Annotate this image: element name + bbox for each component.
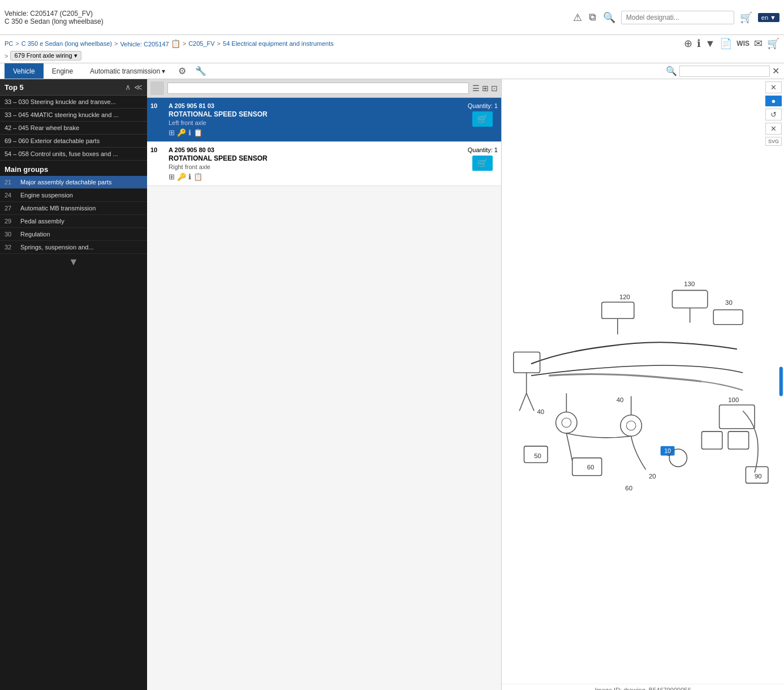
svg-text:30: 30 [725,299,733,306]
bc-model[interactable]: C 350 e Sedan (long wheelbase) [21,40,112,47]
cart-bc-icon[interactable]: 🛒 [767,37,779,50]
bc-vehicle[interactable]: Vehicle: C205147 📋 [120,39,180,48]
diagram-image-id: Image ID: drawing_B54679000056 [502,684,784,690]
top-header: Vehicle: C205147 (C205_FV) C 350 e Sedan… [0,0,784,35]
alert-icon[interactable]: ⚠ [572,10,583,25]
top5-item-0[interactable]: 33 – 030 Steering knuckle and transve... [0,96,147,109]
svg-text:40: 40 [617,396,624,403]
bc-variant[interactable]: C205_FV [188,40,214,47]
part-key-icon-1[interactable]: 🔑 [177,172,186,181]
group-29[interactable]: 29 Pedal assembly [0,215,147,228]
top5-item-1[interactable]: 33 – 045 4MATIC steering knuckle and ... [0,109,147,122]
top5-close-icon[interactable]: ≪ [134,83,143,92]
part-key-icon[interactable]: 🔑 [177,128,186,137]
svg-rect-0 [502,258,784,505]
left-panel: Top 5 ∧ ≪ 33 – 030 Steering knuckle and … [0,79,147,690]
diagram-cross-icon[interactable]: ✕ [765,123,782,135]
part-grid-icon[interactable]: ⊞ [169,128,175,137]
svg-text:40: 40 [537,408,544,415]
list-view-icon[interactable]: ☰ [472,84,480,93]
group-24[interactable]: 24 Engine suspension [0,189,147,202]
main-groups-header: Main groups [0,161,147,176]
group-30[interactable]: 30 Regulation [0,228,147,241]
diagram-svg: 130 120 30 [502,79,784,684]
parts-color-swatch [150,81,164,95]
part-info-icon[interactable]: ℹ [188,128,191,137]
breadcrumb: PC > C 350 e Sedan (long wheelbase) > Ve… [5,39,334,48]
svg-text:10: 10 [664,448,671,454]
filter-icon[interactable]: ▼ [705,38,716,50]
part-doc-icon-1[interactable]: 📋 [193,172,203,181]
nav-tabs: Vehicle Engine Automatic transmission ▾ … [5,63,211,79]
tab-engine[interactable]: Engine [44,63,81,79]
search-icon[interactable]: 🔍 [602,10,617,25]
svg-text:90: 90 [755,473,762,480]
info-icon[interactable]: ℹ [697,37,701,50]
top5-item-2[interactable]: 42 – 045 Rear wheel brake [0,122,147,135]
svg-text:20: 20 [649,473,656,480]
diagram-panel: ✕ ● ↺ ✕ SVG 130 120 [501,79,784,690]
add-to-cart-btn-0[interactable]: 🛒 [472,111,493,127]
part-doc-icon[interactable]: 📋 [193,128,203,137]
parts-search-input[interactable] [167,83,469,94]
copy-icon[interactable]: ⧉ [588,10,597,24]
bc-category[interactable]: 54 Electrical equipment and instruments [223,40,334,47]
bc-pc[interactable]: PC [5,40,13,47]
vehicle-name: C 350 e Sedan (long wheelbase) [5,18,104,25]
diagram-close-icon[interactable]: ✕ [765,81,782,93]
svg-text:60: 60 [625,485,632,491]
breadcrumb-bar: PC > C 350 e Sedan (long wheelbase) > Ve… [0,35,784,63]
tab-settings-icon[interactable]: ⚙ [174,63,191,79]
top5-item-4[interactable]: 54 – 058 Control units, fuse boxes and .… [0,148,147,161]
mail-icon[interactable]: ✉ [754,37,763,50]
top5-collapse-icon[interactable]: ∧ [125,83,131,92]
tab-vehicle[interactable]: Vehicle [5,63,44,79]
part-grid-icon-1[interactable]: ⊞ [169,172,175,181]
svg-text:50: 50 [534,452,541,459]
model-search-input[interactable] [621,11,734,24]
breadcrumb-icons: ⊕ ℹ ▼ 📄 WIS ✉ 🛒 [684,37,780,50]
tab-transmission[interactable]: Automatic transmission ▾ [81,63,174,79]
nav-search-input[interactable] [679,66,770,77]
top5-title: Top 5 [5,83,24,92]
cart-icon[interactable]: 🛒 [739,10,753,25]
document-icon[interactable]: 📄 [720,37,732,50]
svg-text:120: 120 [619,294,630,300]
nav-search-icon[interactable]: 🔍 [666,66,677,76]
parts-list: 10 A 205 905 81 03 ROTATIONAL SPEED SENS… [147,98,501,690]
header-controls: ⚠ ⧉ 🔍 🛒 en ▼ [572,10,779,25]
scroll-down-indicator: ▼ [0,254,147,270]
svg-text:60: 60 [587,464,595,471]
tab-tools-icon[interactable]: 🔧 [191,63,211,79]
breadcrumb-row2: > 679 Front axle wiring ▾ [5,51,779,61]
group-32[interactable]: 32 Springs, suspension and... [0,241,147,254]
main-content: Top 5 ∧ ≪ 33 – 030 Steering knuckle and … [0,79,784,690]
vehicle-id: Vehicle: C205147 (C205_FV) [5,10,104,18]
part-row-1[interactable]: 10 A 205 905 80 03 ROTATIONAL SPEED SENS… [147,142,501,186]
svg-text:100: 100 [728,396,739,403]
wis-icon[interactable]: WIS [736,40,749,48]
export-icon[interactable]: ⊡ [491,84,498,93]
top5-header: Top 5 ∧ ≪ [0,79,147,96]
diagram-toolbar: ✕ ● ↺ ✕ SVG [763,79,784,148]
svg-rect-37 [779,367,783,396]
group-27[interactable]: 27 Automatic MB transmission [0,202,147,215]
parts-header: ☰ ⊞ ⊡ [147,79,501,98]
nav-search-clear[interactable]: ✕ [772,66,779,76]
grid-view-icon[interactable]: ⊞ [482,84,489,93]
add-to-cart-btn-1[interactable]: 🛒 [472,156,493,171]
top5-item-3[interactable]: 69 – 060 Exterior detachable parts [0,135,147,148]
center-panel: ☰ ⊞ ⊡ 10 A 205 905 81 03 ROTATIONAL SPEE… [147,79,501,690]
diagram-refresh-icon[interactable]: ↺ [765,109,782,120]
diagram-color1-icon[interactable]: ● [765,96,782,106]
language-selector[interactable]: en ▼ [758,13,779,22]
group-21[interactable]: 21 Major assembly detachable parts [0,176,147,189]
diagram-svg-icon[interactable]: SVG [765,137,782,146]
diagram-area: 130 120 30 [502,79,784,684]
front-axle-dropdown[interactable]: 679 Front axle wiring ▾ [10,51,81,61]
part-row-0[interactable]: 10 A 205 905 81 03 ROTATIONAL SPEED SENS… [147,98,501,142]
svg-text:130: 130 [684,281,695,287]
nav-tabs-row: Vehicle Engine Automatic transmission ▾ … [0,63,784,79]
part-info-icon-1[interactable]: ℹ [188,172,191,181]
zoom-in-icon[interactable]: ⊕ [684,37,692,50]
